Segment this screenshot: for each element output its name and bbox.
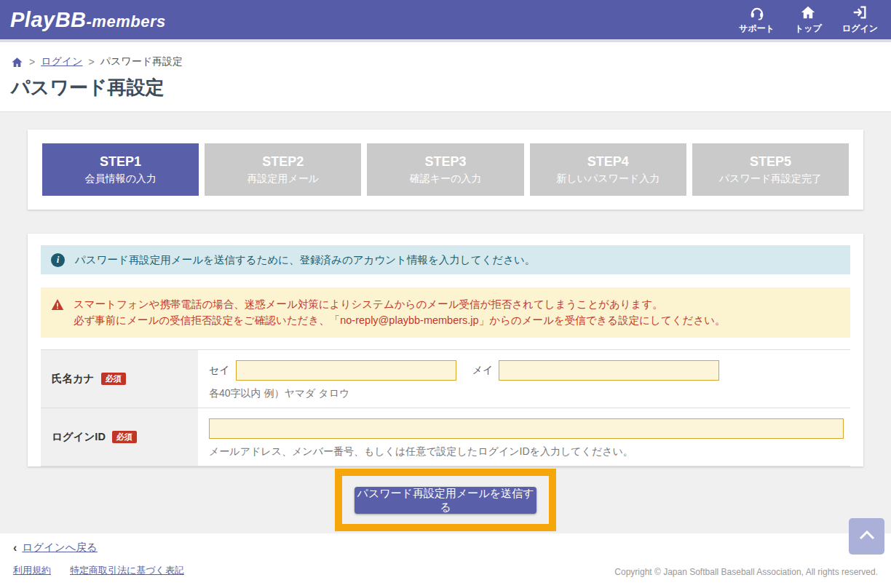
commerce-law-link[interactable]: 特定商取引法に基づく表記: [70, 564, 184, 577]
form-row-login-id: ログインID 必須 メールアドレス、メンバー番号、もしくは任意で設定したログイン…: [41, 408, 850, 466]
breadcrumb-home-icon[interactable]: [11, 56, 23, 68]
title-section: > ログイン > パスワード再設定 パスワード再設定: [0, 42, 891, 112]
required-badge: 必須: [101, 373, 126, 385]
chevron-left-icon: ‹: [13, 541, 17, 555]
step-3: STEP3 確認キーの入力: [367, 143, 523, 196]
login-id-label: ログインID: [52, 430, 106, 444]
back-to-login-link[interactable]: ログインへ戻る: [22, 541, 98, 555]
name-kana-label: 氏名カナ: [52, 372, 95, 386]
step-1-label: 会員情報の入力: [84, 172, 156, 186]
breadcrumb-login-link[interactable]: ログイン: [41, 55, 82, 68]
headset-icon: [739, 4, 775, 20]
scroll-to-top-button[interactable]: [849, 518, 884, 555]
mei-input[interactable]: [499, 360, 719, 381]
login-id-field-cell: メールアドレス、メンバー番号、もしくは任意で設定したログインIDを入力してくださ…: [198, 408, 851, 466]
info-notice-text: パスワード再設定用メールを送信するために、登録済みのアカウント情報を入力してくだ…: [75, 253, 535, 267]
step-1-name: STEP1: [100, 154, 141, 170]
step-indicator: STEP1 会員情報の入力 STEP2 再設定用メール STEP3 確認キーの入…: [42, 143, 849, 196]
sei-label: セイ: [209, 364, 230, 377]
step-4: STEP4 新しいパスワード入力: [530, 143, 686, 196]
name-kana-hint: 各40字以内 例）ヤマダ タロウ: [209, 387, 843, 400]
name-kana-label-cell: 氏名カナ 必須: [41, 350, 198, 408]
logo[interactable]: PlayBB-members: [10, 8, 166, 32]
form-card: i パスワード再設定用メールを送信するために、登録済みのアカウント情報を入力して…: [28, 234, 863, 466]
logo-text-main: PlayBB: [10, 8, 87, 31]
sei-input[interactable]: [236, 360, 456, 381]
page-footer: ‹ ログインへ戻る 利用規約 特定商取引法に基づく表記 Copyright © …: [0, 533, 891, 585]
step-2-name: STEP2: [262, 154, 304, 170]
header-nav: サポート トップ ログイン: [739, 4, 878, 35]
page-body: STEP1 会員情報の入力 STEP2 再設定用メール STEP3 確認キーの入…: [0, 112, 891, 533]
step-5: STEP5 パスワード再設定完了: [692, 143, 849, 196]
chevron-up-icon: [859, 530, 875, 543]
breadcrumb: > ログイン > パスワード再設定: [11, 55, 891, 68]
step-5-label: パスワード再設定完了: [719, 172, 822, 186]
warning-notice-text: スマートフォンや携帯電話の場合、迷惑メール対策によりシステムからのメール受信が拒…: [74, 296, 726, 329]
terms-link[interactable]: 利用規約: [13, 564, 51, 577]
nav-support-label: サポート: [739, 23, 775, 35]
breadcrumb-separator: >: [29, 56, 35, 68]
nav-login-label: ログイン: [842, 23, 878, 35]
nav-support[interactable]: サポート: [739, 4, 775, 35]
step-4-label: 新しいパスワード入力: [556, 172, 660, 186]
logo-text-sub: -members: [87, 12, 166, 31]
form-table: 氏名カナ 必須 セイ メイ 各40字以内 例）ヤマダ タロウ ログインID: [41, 349, 850, 466]
step-5-name: STEP5: [750, 154, 791, 170]
step-1: STEP1 会員情報の入力: [42, 143, 199, 196]
step-3-name: STEP3: [424, 154, 466, 170]
breadcrumb-current: パスワード再設定: [100, 55, 183, 68]
mei-label: メイ: [472, 364, 494, 377]
app-header: PlayBB-members サポート トップ ログイン: [0, 0, 891, 42]
nav-top[interactable]: トップ: [795, 4, 822, 35]
back-to-login[interactable]: ‹ ログインへ戻る: [13, 541, 878, 555]
submit-area: パスワード再設定用メールを送信する: [28, 466, 863, 528]
form-row-name-kana: 氏名カナ 必須 セイ メイ 各40字以内 例）ヤマダ タロウ: [41, 350, 850, 408]
login-id-input[interactable]: [209, 418, 844, 439]
required-badge: 必須: [112, 431, 137, 443]
step-2: STEP2 再設定用メール: [205, 143, 361, 196]
step-3-label: 確認キーの入力: [410, 172, 482, 186]
login-icon: [842, 4, 878, 20]
warning-notice: スマートフォンや携帯電話の場合、迷惑メール対策によりシステムからのメール受信が拒…: [41, 287, 850, 338]
nav-top-label: トップ: [795, 23, 822, 35]
info-icon: i: [51, 253, 65, 267]
login-id-hint: メールアドレス、メンバー番号、もしくは任意で設定したログインIDを入力してくださ…: [209, 445, 844, 458]
step-4-name: STEP4: [587, 154, 629, 170]
home-icon: [795, 4, 822, 20]
warning-line-1: スマートフォンや携帯電話の場合、迷惑メール対策によりシステムからのメール受信が拒…: [74, 298, 663, 310]
warning-line-2: 必ず事前にメールの受信拒否設定をご確認いただき、「no-reply@playbb…: [74, 314, 726, 326]
nav-login[interactable]: ログイン: [842, 4, 878, 35]
name-kana-field-cell: セイ メイ 各40字以内 例）ヤマダ タロウ: [198, 350, 850, 408]
steps-card: STEP1 会員情報の入力 STEP2 再設定用メール STEP3 確認キーの入…: [28, 130, 863, 210]
info-notice: i パスワード再設定用メールを送信するために、登録済みのアカウント情報を入力して…: [41, 245, 850, 274]
breadcrumb-separator: >: [89, 56, 95, 68]
copyright: Copyright © Japan Softball Baseball Asso…: [614, 567, 878, 577]
warning-icon: [51, 296, 64, 329]
login-id-label-cell: ログインID 必須: [41, 408, 198, 466]
send-reset-mail-button[interactable]: パスワード再設定用メールを送信する: [355, 487, 536, 514]
page-title: パスワード再設定: [11, 75, 891, 100]
step-2-label: 再設定用メール: [247, 172, 319, 186]
